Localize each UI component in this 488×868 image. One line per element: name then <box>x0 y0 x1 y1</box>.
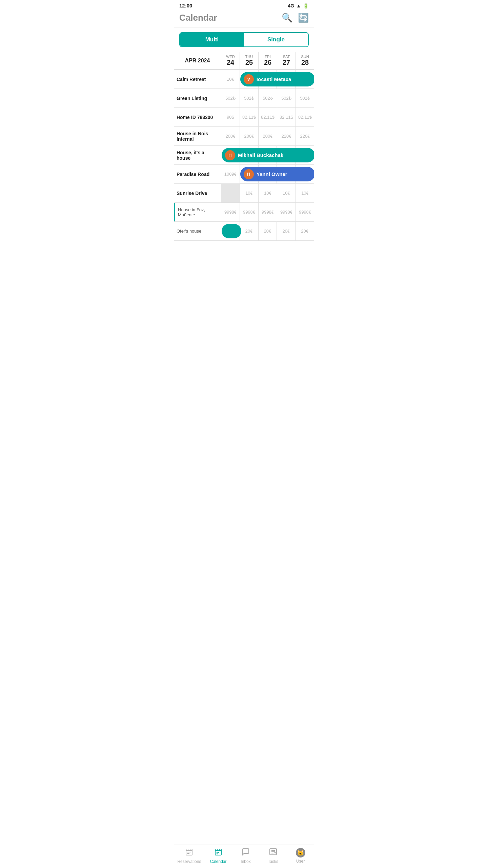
guest-avatar-mikhail: H <box>225 150 235 160</box>
day-col-4: SUN 28 <box>296 52 314 70</box>
cell-sunrise-3: 10€ <box>277 184 296 202</box>
day-num-4: 28 <box>297 59 313 66</box>
cell-sunrise-4: 10€ <box>296 184 314 202</box>
header-actions: 🔍 🔄 <box>282 13 309 23</box>
cell-home-2: 82.11$ <box>259 108 277 126</box>
property-name-green-listing: Green Listing <box>174 89 221 107</box>
day-name-4: SUN <box>297 55 313 59</box>
day-name-0: WED <box>222 55 239 59</box>
cell-green-4: 502₺ <box>296 89 314 107</box>
svg-rect-10 <box>217 852 218 853</box>
day-name-3: SAT <box>278 55 295 59</box>
day-num-3: 27 <box>278 59 295 66</box>
reservations-icon <box>185 848 193 858</box>
cell-sunrise-2: 10€ <box>259 184 277 202</box>
cell-green-1: 502₺ <box>240 89 259 107</box>
day-num-2: 26 <box>259 59 276 66</box>
cell-ofers-3: 20€ <box>277 222 296 240</box>
nav-label-calendar: Calendar <box>210 859 227 864</box>
property-cells-ofers-house: 20€ 20€ 20€ 20€ <box>221 222 314 240</box>
property-name-sunrise-drive: Sunrise Drive <box>174 184 221 202</box>
cell-foz-0: 9998€ <box>221 203 240 221</box>
refresh-icon[interactable]: 🔄 <box>298 13 309 23</box>
reservation-ofers[interactable] <box>222 224 241 238</box>
property-cells-calm-retreat: 10€ V Iocasti Metaxa <box>221 70 314 88</box>
tasks-icon <box>269 848 277 858</box>
property-cells-paradise-road: 1009€ H Yanni Owner <box>221 165 314 183</box>
calendar-icon <box>214 848 222 858</box>
nav-item-calendar[interactable]: Calendar <box>208 848 228 864</box>
property-row-calm-retreat: Calm Retreat 10€ V Iocasti Metaxa <box>174 70 314 89</box>
nav-item-tasks[interactable]: Tasks <box>263 848 283 864</box>
property-name-house-foz: House in Foz, Mañente <box>174 203 221 221</box>
cell-sunrise-1: 10€ <box>240 184 259 202</box>
signal-icon: ▲ <box>296 3 301 8</box>
property-cells-house-nois: 200€ 200€ 200€ 220€ 220€ <box>221 127 314 145</box>
property-cells-home-783200: 90$ 82.11$ 82.11$ 82.11$ 82.11$ <box>221 108 314 126</box>
nav-item-reservations[interactable]: Reservations <box>177 848 201 864</box>
search-icon[interactable]: 🔍 <box>282 13 292 23</box>
property-name-house-itsahouse: House, it's a house <box>174 146 221 164</box>
cell-ofers-2: 20€ <box>259 222 277 240</box>
property-name-house-nois: House in Nois Internal <box>174 127 221 145</box>
day-name-2: FRI <box>259 55 276 59</box>
property-name-paradise-road: Paradise Road <box>174 165 221 183</box>
guest-avatar-iocasti: V <box>244 74 254 84</box>
reservation-iocasti[interactable]: V Iocasti Metaxa <box>240 72 314 86</box>
view-toggle: Multi Single <box>179 32 309 47</box>
battery-icon: 🔋 <box>303 3 309 8</box>
svg-rect-12 <box>217 853 218 854</box>
status-bar: 12:00 4G ▲ 🔋 <box>174 0 314 10</box>
guest-name-mikhail: Mikhail Buckachak <box>238 152 283 158</box>
day-num-1: 25 <box>241 59 258 66</box>
svg-rect-11 <box>218 852 219 853</box>
cell-foz-4: 9998€ <box>296 203 314 221</box>
nav-label-inbox: Inbox <box>241 859 250 864</box>
cell-home-4: 82.11$ <box>296 108 314 126</box>
day-col-1: THU 25 <box>240 52 259 70</box>
cell-green-2: 502₺ <box>259 89 277 107</box>
header: Calendar 🔍 🔄 <box>174 10 314 27</box>
property-name-ofers-house: Ofer's house <box>174 222 221 240</box>
cell-green-3: 502₺ <box>277 89 296 107</box>
reservation-mikhail[interactable]: H Mikhail Buckachak <box>222 148 314 162</box>
cell-foz-3: 9998€ <box>277 203 296 221</box>
page-title: Calendar <box>179 13 217 23</box>
nav-label-reservations: Reservations <box>177 859 201 864</box>
status-right: 4G ▲ 🔋 <box>288 3 309 8</box>
property-name-home-783200: Home ID 783200 <box>174 108 221 126</box>
property-row-house-itsahouse: House, it's a house H Mikhail Buckachak <box>174 146 314 165</box>
cell-paradise-0: 1009€ <box>221 165 240 183</box>
property-row-ofers-house: Ofer's house 20€ 20€ 20€ 20€ <box>174 222 314 241</box>
guest-avatar-yanni: H <box>244 169 254 179</box>
bottom-navigation: Reservations Calendar Inbox <box>174 845 314 868</box>
property-cells-house-foz: 9998€ 9998€ 9998€ 9998€ 9998€ <box>221 203 314 221</box>
guest-name-yanni: Yanni Owner <box>257 171 287 177</box>
calendar-section: APR 2024 WED 24 THU 25 FRI 26 SAT 27 SUN… <box>174 52 314 241</box>
property-row-green-listing: Green Listing 502₺ 502₺ 502₺ 502₺ 502₺ <box>174 89 314 108</box>
month-label: APR 2024 <box>174 52 221 70</box>
network-label: 4G <box>288 3 294 8</box>
nav-label-tasks: Tasks <box>268 859 278 864</box>
single-view-button[interactable]: Single <box>244 33 308 46</box>
user-avatar: 🐱 <box>296 848 305 857</box>
property-row-sunrise-drive: Sunrise Drive 10€ 10€ 10€ 10€ <box>174 184 314 203</box>
nav-item-user[interactable]: 🐱 User <box>290 848 311 864</box>
inbox-icon <box>242 848 250 858</box>
cell-calm-0: 10€ <box>221 70 240 88</box>
calendar-header-row: APR 2024 WED 24 THU 25 FRI 26 SAT 27 SUN… <box>174 52 314 70</box>
cell-nois-2: 200€ <box>259 127 277 145</box>
property-row-house-foz: House in Foz, Mañente 9998€ 9998€ 9998€ … <box>174 203 314 222</box>
cell-ofers-1: 20€ <box>240 222 259 240</box>
day-name-1: THU <box>241 55 258 59</box>
property-cells-sunrise-drive: 10€ 10€ 10€ 10€ <box>221 184 314 202</box>
nav-item-inbox[interactable]: Inbox <box>236 848 256 864</box>
property-cells-house-itsahouse: H Mikhail Buckachak <box>221 146 314 164</box>
cell-nois-4: 220€ <box>296 127 314 145</box>
cell-sunrise-0 <box>221 184 240 202</box>
reservation-yanni[interactable]: H Yanni Owner <box>240 167 314 181</box>
status-time: 12:00 <box>179 3 192 8</box>
nav-label-user: User <box>296 859 305 864</box>
cell-nois-1: 200€ <box>240 127 259 145</box>
multi-view-button[interactable]: Multi <box>180 33 244 46</box>
